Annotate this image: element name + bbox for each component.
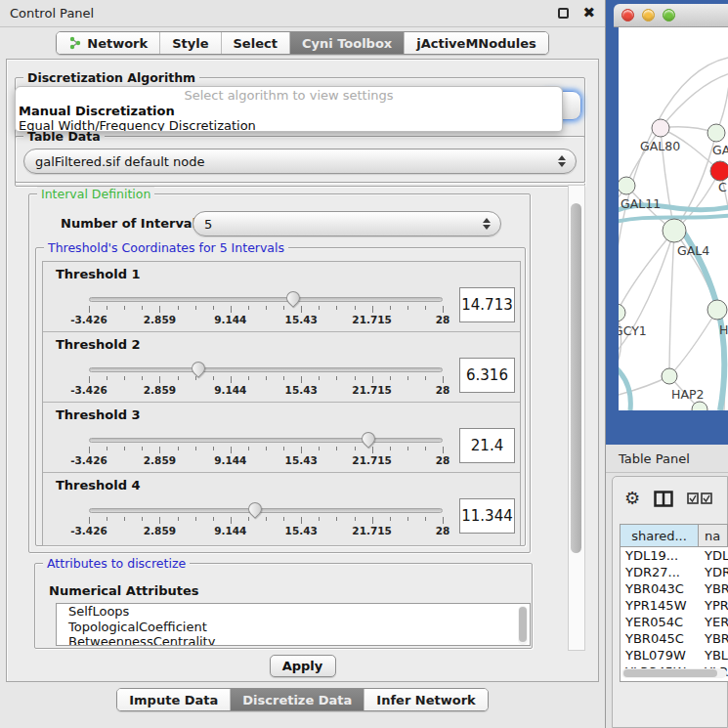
table-row[interactable]: YPR145WYPR1 (621, 597, 728, 614)
top-tab-bar-jactivemnodules[interactable]: jActiveMNodules (405, 32, 548, 54)
number-of-intervals-combobox[interactable]: 5 (193, 211, 501, 236)
slider-tick (301, 517, 302, 524)
table-row[interactable]: YDL19...YDL1 (621, 547, 728, 564)
network-node[interactable] (619, 304, 625, 321)
slider-tick (178, 447, 179, 450)
slider-tick-label: 2.859 (144, 525, 176, 536)
network-window-titlebar (614, 4, 728, 27)
table-header-name[interactable]: na (699, 525, 728, 546)
table-row[interactable]: YBL079WYBL0 (621, 647, 728, 664)
table-cell-name: YDL1 (699, 547, 728, 564)
attribute-list-item[interactable]: SelfLoops (57, 604, 530, 620)
table-row[interactable]: YBR045CYBR0 (621, 630, 728, 647)
table-panel-titlebar: Table Panel (606, 445, 728, 473)
network-node[interactable] (710, 161, 728, 181)
slider-handle[interactable] (189, 359, 208, 378)
slider-handle[interactable] (359, 429, 378, 449)
network-node[interactable] (662, 368, 677, 384)
top-tab-bar-network[interactable]: Network (57, 32, 160, 54)
table-row[interactable]: YER054CYER0 (621, 614, 728, 630)
top-tab-bar-select[interactable]: Select (222, 32, 290, 54)
slider-track[interactable] (89, 438, 443, 443)
thresholds-coordinates-group: Threshold's Coordinates for 5 Intervals … (35, 247, 526, 546)
control-panel-content: Discretization Algorithm Select algorith… (6, 59, 599, 682)
slider-tick (195, 447, 196, 450)
slider-tick (231, 376, 232, 383)
tab-label: Impute Data (129, 693, 218, 707)
slider-track[interactable] (89, 367, 443, 372)
threshold-label: Threshold 4 (56, 478, 141, 492)
threshold-slider[interactable]: -3.4262.8599.14415.4321.71528 (89, 297, 443, 328)
slider-tick-label: -3.426 (70, 454, 107, 466)
threshold-panel-2: Threshold 2-3.4262.8599.14415.4321.71528… (43, 332, 520, 403)
attribute-list-item[interactable]: TopologicalCoefficient (57, 620, 530, 635)
network-node-label: GAL11 (621, 196, 661, 211)
bottom-tab-bar-infer-network[interactable]: Infer Network (364, 689, 487, 710)
slider-handle[interactable] (245, 499, 265, 519)
float-window-icon[interactable] (558, 8, 569, 19)
top-tab-bar-style[interactable]: Style (160, 32, 221, 54)
slider-tick-label: 2.859 (144, 384, 176, 396)
number-of-intervals-value: 5 (204, 217, 212, 232)
top-tab-bar: NetworkStyleSelectCyni ToolboxjActiveMNo… (56, 31, 548, 55)
network-node[interactable] (707, 300, 727, 320)
network-node[interactable] (652, 119, 669, 137)
network-node[interactable] (663, 219, 686, 242)
network-node[interactable] (619, 177, 635, 194)
top-tab-bar-cyni-toolbox[interactable]: Cyni Toolbox (290, 32, 405, 54)
slider-tick (390, 376, 391, 380)
node-attribute-table[interactable]: shared... na YDL19...YDL1YDR27...YDR2YBR… (620, 524, 728, 682)
bottom-tab-bar-impute-data[interactable]: Impute Data (117, 689, 231, 710)
threshold-slider[interactable]: -3.4262.8599.14415.4321.71528 (89, 438, 443, 469)
slider-tick-label: 21.715 (352, 525, 392, 536)
threshold-slider[interactable]: -3.4262.8599.14415.4321.71528 (89, 367, 443, 399)
table-header-shared-name[interactable]: shared... (621, 525, 699, 546)
columns-icon[interactable] (654, 491, 673, 507)
settings-vertical-scrollbar[interactable] (568, 185, 585, 651)
close-icon[interactable]: ✖ (582, 6, 595, 21)
table-row[interactable]: YDR27...YDR2 (621, 564, 728, 580)
numerical-attributes-list[interactable]: SelfLoopsTopologicalCoefficientBetweenne… (56, 603, 531, 646)
slider-tick (355, 517, 356, 521)
table-cell-shared-name: YDR27... (621, 564, 699, 580)
slider-tick-label: 15.43 (285, 314, 318, 325)
slider-tick (248, 517, 249, 521)
slider-tick (407, 376, 408, 380)
threshold-value-field[interactable]: 11.344 (459, 498, 515, 534)
slider-tick (124, 306, 125, 310)
threshold-slider[interactable]: -3.4262.8599.14415.4321.71528 (89, 508, 443, 539)
algorithm-option[interactable]: Manual Discretization (16, 104, 562, 118)
zoom-traffic-light-icon[interactable] (663, 9, 675, 21)
table-row[interactable]: YBR043CYBR0 (621, 580, 728, 597)
minimize-traffic-light-icon[interactable] (642, 9, 655, 21)
algorithm-option[interactable]: Equal Width/Frequency Discretization (16, 118, 562, 132)
slider-tick (178, 517, 179, 521)
table-data-combobox[interactable]: galFiltered.sif default node (23, 149, 577, 174)
slider-track[interactable] (89, 508, 443, 513)
close-traffic-light-icon[interactable] (621, 9, 634, 21)
network-node-label: GA (712, 143, 728, 157)
bottom-tab-bar-discretize-data[interactable]: Discretize Data (231, 689, 364, 710)
threshold-value-field[interactable]: 14.713 (459, 287, 515, 322)
slider-tick-label: 9.144 (214, 454, 246, 466)
table-horizontal-scrollbar[interactable] (621, 668, 727, 678)
slider-tick (213, 517, 214, 521)
slider-tick (301, 376, 302, 383)
scrollbar-thumb[interactable] (571, 203, 581, 553)
network-canvas[interactable]: GAL80GACGAL11GAL4GCY1HHAP2 (619, 27, 728, 410)
slider-tick-label: 28 (436, 454, 450, 466)
select-columns-checkboxes-icon[interactable] (687, 492, 712, 504)
slider-tick (372, 447, 373, 453)
attribute-list-item[interactable]: BetweennessCentrality (57, 634, 530, 646)
attributes-list-scrollbar[interactable] (518, 606, 528, 645)
network-node[interactable] (707, 124, 725, 142)
threshold-value-field[interactable]: 21.4 (459, 428, 515, 463)
table-toolbar: ⚙ (613, 483, 727, 514)
table-row[interactable]: YIL052CYIL0 (621, 680, 728, 682)
threshold-value-field[interactable]: 6.316 (459, 358, 515, 393)
gear-icon[interactable]: ⚙ (624, 490, 640, 507)
slider-handle[interactable] (283, 288, 303, 308)
slider-tick (390, 447, 391, 450)
slider-track[interactable] (89, 297, 443, 302)
apply-button[interactable]: Apply (270, 655, 336, 677)
